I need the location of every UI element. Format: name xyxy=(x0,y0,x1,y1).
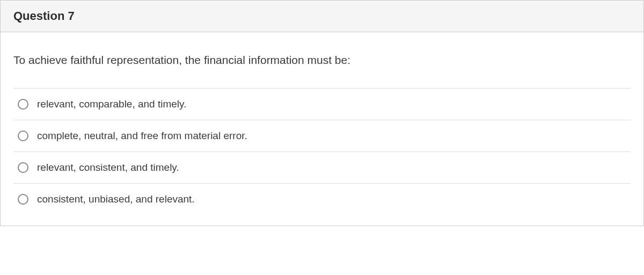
option-row-2[interactable]: complete, neutral, and free from materia… xyxy=(13,120,631,152)
option-row-4[interactable]: consistent, unbiased, and relevant. xyxy=(13,184,631,215)
option-label: relevant, consistent, and timely. xyxy=(37,162,179,173)
question-header: Question 7 xyxy=(1,1,643,32)
radio-icon xyxy=(18,194,28,205)
question-container: Question 7 To achieve faithful represent… xyxy=(0,0,644,226)
option-row-3[interactable]: relevant, consistent, and timely. xyxy=(13,152,631,184)
radio-icon xyxy=(18,162,28,173)
question-prompt: To achieve faithful representation, the … xyxy=(13,54,631,67)
options-list: relevant, comparable, and timely. comple… xyxy=(13,88,631,215)
option-row-1[interactable]: relevant, comparable, and timely. xyxy=(13,89,631,120)
option-label: complete, neutral, and free from materia… xyxy=(37,130,247,142)
radio-icon xyxy=(18,131,28,141)
radio-icon xyxy=(18,99,28,110)
question-title: Question 7 xyxy=(13,9,631,23)
option-label: consistent, unbiased, and relevant. xyxy=(37,193,195,205)
option-label: relevant, comparable, and timely. xyxy=(37,98,186,110)
question-body: To achieve faithful representation, the … xyxy=(1,32,643,226)
